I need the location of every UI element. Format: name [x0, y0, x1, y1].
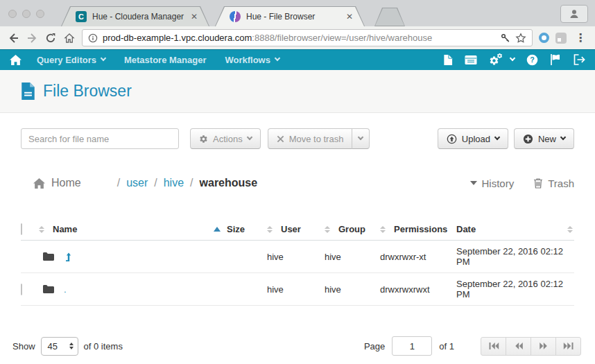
cell-permissions: drwxrwxr-xt	[380, 241, 456, 273]
history-label: History	[482, 177, 515, 189]
move-to-trash-button[interactable]: Move to trash	[268, 128, 353, 149]
nav-item-label: Query Editors	[37, 55, 96, 65]
new-tab-button[interactable]	[374, 8, 405, 26]
cell-group: hive	[325, 273, 380, 306]
browser-tab-strip: C Hue - Cloudera Manager ✕ Hue - File Br…	[0, 0, 595, 26]
caret-down-icon	[470, 181, 477, 185]
cell-permissions: drwxrwxrwxt	[380, 273, 456, 306]
settings-gears-icon[interactable]	[489, 53, 503, 66]
chevron-down-icon[interactable]	[510, 55, 515, 61]
breadcrumb-home[interactable]: Home	[33, 177, 81, 189]
documents-icon[interactable]	[442, 54, 453, 66]
cell-user: hive	[267, 241, 325, 273]
reload-button[interactable]	[44, 32, 57, 44]
home-button[interactable]	[63, 32, 76, 44]
chevron-down-icon	[560, 135, 566, 140]
upload-label: Upload	[462, 134, 490, 144]
move-to-trash-caret-button[interactable]	[352, 128, 370, 149]
show-label: Show	[12, 341, 35, 352]
file-name-link[interactable]: .	[64, 284, 67, 295]
table-footer: Show 45 of 0 items Page of 1	[0, 336, 595, 356]
forward-button[interactable]	[26, 32, 38, 44]
upload-button[interactable]: Upload	[438, 128, 508, 149]
column-header-name[interactable]: Name	[39, 220, 214, 241]
window-controls[interactable]	[8, 10, 44, 18]
row-checkbox[interactable]	[21, 284, 22, 295]
browser-profile-button[interactable]	[560, 5, 588, 23]
column-label: Permissions	[394, 224, 447, 234]
nav-metastore-manager[interactable]: Metastore Manager	[124, 55, 206, 65]
feedback-flag-icon[interactable]	[550, 54, 562, 65]
close-tab-icon[interactable]: ✕	[191, 12, 198, 21]
trash-icon	[533, 177, 543, 189]
sort-arrows-icon[interactable]	[325, 226, 330, 233]
sort-arrows-icon[interactable]	[39, 226, 44, 233]
previous-page-button[interactable]	[506, 337, 531, 356]
folder-icon	[43, 252, 54, 261]
breadcrumb-link-hive[interactable]: hive	[164, 177, 184, 189]
window-zoom-button[interactable]	[36, 10, 44, 18]
extension-icon[interactable]	[555, 33, 567, 44]
tab-cloudera-manager[interactable]: C Hue - Cloudera Manager ✕	[61, 6, 209, 26]
hue-navbar: Query Editors Metastore Manager Workflow…	[0, 49, 595, 70]
trash-button[interactable]: Trash	[533, 177, 574, 189]
next-page-button[interactable]	[531, 337, 556, 356]
back-button[interactable]	[7, 32, 19, 44]
hue-home-button[interactable]	[10, 55, 21, 65]
history-button[interactable]: History	[470, 177, 515, 189]
column-header-user[interactable]: User	[267, 220, 325, 241]
browser-menu-icon[interactable]: ⋮	[573, 31, 588, 44]
close-tab-icon[interactable]: ✕	[346, 12, 353, 21]
gear-icon	[199, 135, 208, 144]
select-all-checkbox[interactable]	[21, 223, 22, 235]
column-header-group[interactable]: Group	[325, 220, 380, 241]
job-browser-icon[interactable]	[465, 55, 477, 65]
cell-user: hive	[267, 273, 325, 306]
bookmark-star-icon[interactable]	[515, 33, 526, 44]
sort-ascending-icon[interactable]	[214, 227, 221, 232]
site-info-icon[interactable]	[88, 33, 98, 43]
chevron-down-icon	[358, 135, 363, 140]
previous-page-icon	[513, 342, 524, 350]
breadcrumb-separator: /	[190, 177, 193, 189]
page-number-input[interactable]	[392, 336, 432, 356]
items-count-label: of 0 items	[84, 341, 123, 352]
sign-out-icon[interactable]	[574, 54, 585, 65]
table-row-parent-dir[interactable]: hive hive drwxrwxr-xt September 22, 2016…	[21, 241, 574, 273]
actions-button[interactable]: Actions	[190, 128, 261, 149]
search-input[interactable]	[21, 128, 179, 149]
column-header-permissions[interactable]: Permissions	[380, 220, 456, 241]
address-bar[interactable]: prod-db-example-1.vpc.cloudera.com:8888/…	[82, 29, 533, 46]
column-header-date[interactable]: Date	[456, 220, 574, 241]
page-size-select[interactable]: 45	[41, 337, 78, 356]
table-row-current-dir[interactable]: . hive hive drwxrwxrwxt September 22, 20…	[21, 273, 574, 306]
key-icon[interactable]	[501, 33, 510, 43]
last-page-button[interactable]	[555, 337, 581, 356]
cell-group: hive	[325, 241, 380, 273]
folder-icon	[43, 285, 54, 293]
sort-arrows-icon[interactable]	[380, 226, 386, 233]
table-header-row: Name Size User Group Permissions Date	[21, 220, 574, 241]
new-button[interactable]: New	[514, 128, 574, 149]
sort-arrows-icon[interactable]	[267, 226, 273, 233]
nav-query-editors[interactable]: Query Editors	[37, 55, 105, 65]
plus-circle-icon	[523, 134, 533, 144]
browser-toolbar: prod-db-example-1.vpc.cloudera.com:8888/…	[0, 26, 595, 49]
window-close-button[interactable]	[8, 10, 17, 18]
sort-arrows-icon[interactable]	[567, 226, 573, 233]
extension-icon[interactable]	[539, 33, 549, 43]
chevron-down-icon	[246, 135, 252, 140]
breadcrumb-link-user[interactable]: user	[126, 177, 148, 189]
column-header-size[interactable]: Size	[214, 220, 267, 241]
file-table: Name Size User Group Permissions Date	[21, 220, 574, 306]
cell-date: September 22, 2016 02:12 PM	[456, 241, 574, 273]
page-header: File Browser	[0, 70, 595, 113]
first-page-button[interactable]	[481, 337, 506, 356]
nav-workflows[interactable]: Workflows	[225, 55, 279, 65]
column-label: Group	[338, 224, 365, 234]
help-icon[interactable]: ?	[526, 54, 538, 66]
tab-file-browser[interactable]: Hue - File Browser ✕	[215, 6, 365, 26]
window-minimize-button[interactable]	[22, 10, 31, 18]
column-label: Size	[227, 224, 245, 234]
level-up-icon[interactable]	[64, 252, 72, 261]
